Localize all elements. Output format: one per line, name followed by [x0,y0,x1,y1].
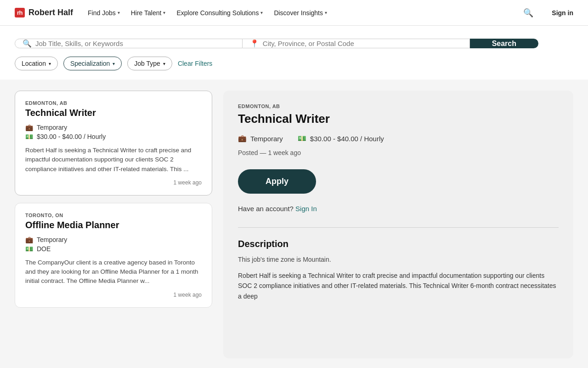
apply-button[interactable]: Apply [238,169,316,194]
logo[interactable]: rh Robert Half [15,8,73,17]
job-description: Robert Half is seeking a Technical Write… [25,146,202,174]
specialization-filter-label: Specialization [70,60,110,67]
detail-meta: 💼 Temporary 💵 $30.00 - $40.00 / Hourly [238,134,559,143]
job-type-label: Temporary [37,124,67,131]
job-posted: 1 week ago [25,292,202,298]
chevron-down-icon: ▾ [325,10,327,15]
salary-item: 💵 $30.00 - $40.00 / Hourly [25,133,202,140]
location-input[interactable] [263,40,462,47]
chevron-down-icon: ▾ [49,61,51,66]
detail-job-type: 💼 Temporary [238,134,283,143]
job-list: EDMONTON, AB Technical Writer 💼 Temporar… [15,91,212,358]
briefcase-icon: 💼 [25,236,33,243]
chevron-down-icon: ▾ [163,10,165,15]
have-account-text: Have an account? Sign In [238,205,559,213]
location-filter[interactable]: Location ▾ [15,57,58,70]
clear-filters-button[interactable]: Clear Filters [178,60,212,67]
location-filter-label: Location [22,60,46,67]
job-city: EDMONTON, AB [25,100,202,106]
job-card-2[interactable]: TORONTO, ON Offline Media Planner 💼 Temp… [15,203,212,308]
location-icon: 📍 [250,39,259,48]
nav-find-jobs[interactable]: Find Jobs ▾ [88,9,120,17]
nav-insights[interactable]: Discover Insights ▾ [274,9,327,17]
filters-area: Location ▾ Specialization ▾ Job Type ▾ C… [0,48,588,80]
salary-item: 💵 DOE [25,245,202,253]
money-icon: 💵 [25,133,33,140]
chevron-down-icon: ▾ [118,10,120,15]
job-title: Technical Writer [25,108,202,118]
salary-label: DOE [37,245,51,253]
detail-salary-label: $30.00 - $40.00 / Hourly [310,135,384,143]
search-icon[interactable]: 🔍 [523,8,533,18]
search-bar: 🔍 📍 Search [15,39,538,48]
search-button[interactable]: Search [470,39,538,48]
chevron-down-icon: ▾ [163,61,165,66]
job-posted: 1 week ago [25,179,202,186]
main-content: EDMONTON, AB Technical Writer 💼 Temporar… [0,80,588,368]
detail-posted: Posted — 1 week ago [238,149,559,156]
location-input-wrap: 📍 [243,39,470,48]
description-title: Description [238,239,559,249]
briefcase-icon: 💼 [25,124,33,131]
job-card-1[interactable]: EDMONTON, AB Technical Writer 💼 Temporar… [15,91,212,196]
keywords-input-wrap: 🔍 [15,39,243,48]
nav-consulting[interactable]: Explore Consulting Solutions ▾ [176,9,263,17]
briefcase-icon: 💼 [238,134,247,143]
signin-button[interactable]: Sign in [552,9,573,17]
salary-label: $30.00 - $40.00 / Hourly [37,133,106,140]
detail-city: EDMONTON, AB [238,104,559,109]
search-icon: 🔍 [23,39,32,48]
detail-title: Technical Writer [238,112,559,126]
money-icon: 💵 [298,134,306,143]
job-type-item: 💼 Temporary [25,124,202,131]
specialization-filter[interactable]: Specialization ▾ [63,57,122,70]
money-icon: 💵 [25,245,33,253]
job-meta: 💼 Temporary 💵 $30.00 - $40.00 / Hourly [25,124,202,140]
job-detail: EDMONTON, AB Technical Writer 💼 Temporar… [223,91,573,358]
signin-link[interactable]: Sign In [295,205,317,213]
job-title: Offline Media Planner [25,220,202,230]
logo-icon: rh [15,8,25,17]
chevron-down-icon: ▾ [260,10,263,15]
job-type-item: 💼 Temporary [25,236,202,243]
job-meta: 💼 Temporary 💵 DOE [25,236,202,253]
keywords-input[interactable] [35,40,235,47]
logo-text: Robert Half [28,8,73,17]
search-area: 🔍 📍 Search [0,26,588,48]
description-timezone: This job's time zone is Mountain. [238,256,559,263]
description-text: Robert Half is seeking a Technical Write… [238,270,559,301]
detail-job-type-label: Temporary [250,135,283,143]
job-type-label: Temporary [37,236,67,243]
nav-hire-talent[interactable]: Hire Talent ▾ [131,9,166,17]
job-type-filter-label: Job Type [134,60,160,67]
chevron-down-icon: ▾ [113,61,115,66]
job-city: TORONTO, ON [25,213,202,218]
detail-salary: 💵 $30.00 - $40.00 / Hourly [298,134,384,143]
job-description: The CompanyOur client is a creative agen… [25,258,202,286]
navbar: rh Robert Half Find Jobs ▾ Hire Talent ▾… [0,0,588,26]
job-type-filter[interactable]: Job Type ▾ [127,57,172,70]
divider [238,227,559,228]
